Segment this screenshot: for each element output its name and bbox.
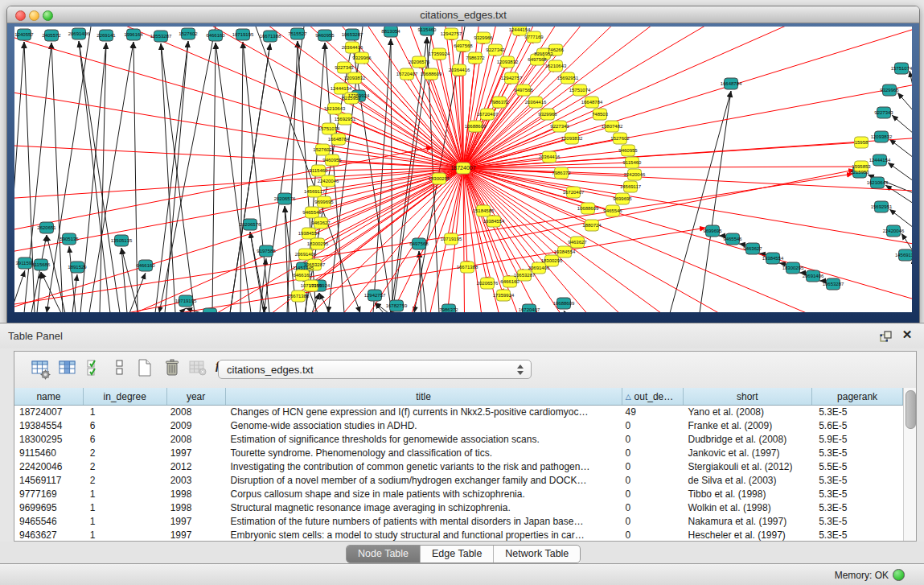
cell-short[interactable]: Dudbridge et al. (2008) <box>683 433 812 447</box>
cell-title[interactable]: Investigating the contribution of common… <box>226 460 622 474</box>
graph-edge[interactable] <box>889 139 912 158</box>
cell-title[interactable]: Embryonic stem cells: a model to study s… <box>226 529 622 541</box>
cell-pagerank[interactable]: 5.3E-5 <box>812 501 903 515</box>
cell-year[interactable]: 2003 <box>167 474 226 488</box>
cell-name[interactable]: 9777169 <box>14 488 84 501</box>
cell-in_degree[interactable]: 1 <box>84 515 167 529</box>
graph-edge[interactable] <box>24 42 35 312</box>
tab-node-table[interactable]: Node Table <box>347 546 421 562</box>
cell-pagerank[interactable]: 5.9E-5 <box>812 433 903 447</box>
graph-edge[interactable] <box>14 27 463 168</box>
graph-edge[interactable] <box>564 311 565 312</box>
cell-name[interactable]: 19384554 <box>14 419 84 433</box>
column-header-in_degree[interactable]: in_degree <box>84 388 167 405</box>
scrollbar-thumb[interactable] <box>906 390 916 429</box>
graph-edge[interactable] <box>332 160 463 168</box>
graph-edge[interactable] <box>463 142 861 168</box>
table-settings-icon[interactable] <box>31 358 51 381</box>
table-row[interactable]: 977716911998Corpus callosum shape and si… <box>14 488 903 501</box>
cell-year[interactable]: 2008 <box>167 406 226 419</box>
graph-edge[interactable] <box>133 42 138 312</box>
graph-edge[interactable] <box>463 168 539 268</box>
graph-edge[interactable] <box>79 41 120 312</box>
graph-edge[interactable] <box>14 27 463 168</box>
cell-name[interactable]: 9115460 <box>14 447 84 460</box>
row-height-icon[interactable] <box>109 358 130 381</box>
graph-edge[interactable] <box>180 308 186 312</box>
cell-year[interactable]: 1997 <box>167 447 226 460</box>
network-canvas[interactable]: 1872400712405572405572206914062269141199… <box>14 27 912 312</box>
table-row[interactable]: 1872400712008Changes of HCN gene express… <box>14 406 903 419</box>
cell-pagerank[interactable]: 5.5E-5 <box>812 460 903 474</box>
graph-edge[interactable] <box>14 27 463 168</box>
close-panel-icon[interactable]: ✕ <box>900 328 914 342</box>
graph-edge[interactable] <box>41 272 61 312</box>
cell-in_degree[interactable]: 6 <box>84 433 167 447</box>
graph-edge[interactable] <box>24 43 51 312</box>
tab-network-table[interactable]: Network Table <box>494 546 580 562</box>
cell-year[interactable]: 2012 <box>167 460 226 474</box>
graph-edge[interactable] <box>161 43 195 312</box>
table-row[interactable]: 969969511998Structural magnetic resonanc… <box>14 501 903 515</box>
graph-edge[interactable] <box>47 235 65 312</box>
column-header-year[interactable]: year <box>167 388 226 405</box>
cell-year[interactable]: 1997 <box>167 515 226 529</box>
cell-in_degree[interactable]: 1 <box>84 529 167 541</box>
graph-edge[interactable] <box>14 27 463 168</box>
cell-name[interactable]: 9463627 <box>14 529 84 541</box>
cell-pagerank[interactable]: 5.6E-5 <box>812 419 903 433</box>
graph-edge[interactable] <box>69 246 76 312</box>
cell-in_degree[interactable]: 2 <box>84 474 167 488</box>
graph-edge[interactable] <box>14 42 24 312</box>
cell-title[interactable]: Corpus callosum shape and size in male p… <box>226 488 622 501</box>
graph-edge[interactable] <box>243 42 269 312</box>
cell-short[interactable]: de Silva et al. (2003) <box>683 474 812 488</box>
table-row[interactable]: 2242004622012Investigating the contribut… <box>14 460 903 474</box>
cell-in_degree[interactable]: 2 <box>84 447 167 460</box>
graph-edge[interactable] <box>37 272 41 312</box>
graph-edge[interactable] <box>375 303 384 312</box>
cell-pagerank[interactable]: 5.3E-5 <box>812 474 903 488</box>
cell-title[interactable]: Tourette syndrome. Phenomenology and cla… <box>226 447 622 460</box>
memory-status-icon[interactable] <box>893 569 905 581</box>
table-row[interactable]: 1938455462009Genome-wide association stu… <box>14 419 903 433</box>
cell-title[interactable]: Structural magnetic resonance image aver… <box>226 501 622 515</box>
cell-out_de[interactable]: 0 <box>622 515 684 529</box>
cell-short[interactable]: Tibbo et al. (1998) <box>683 488 812 501</box>
cell-title[interactable]: Disruption of a novel member of a sodium… <box>226 474 622 488</box>
column-header-pagerank[interactable]: pagerank <box>812 388 903 405</box>
cell-out_de[interactable]: 0 <box>622 501 684 515</box>
cell-pagerank[interactable]: 5.3E-5 <box>812 406 903 419</box>
column-header-name[interactable]: name <box>14 388 84 405</box>
cell-title[interactable]: Genome-wide association studies in ADHD. <box>226 419 622 433</box>
cell-in_degree[interactable]: 1 <box>84 488 167 501</box>
cell-out_de[interactable]: 0 <box>622 419 684 433</box>
graph-edge[interactable] <box>14 27 463 168</box>
cell-year[interactable]: 1997 <box>167 529 226 541</box>
cell-name[interactable]: 9699695 <box>14 501 84 515</box>
cell-out_de[interactable]: 49 <box>622 406 684 419</box>
table-scrollbar[interactable] <box>903 388 916 541</box>
cell-out_de[interactable]: 0 <box>622 474 684 488</box>
table-row[interactable]: 1830029562008Estimation of significance … <box>14 433 903 447</box>
table-row[interactable]: 911546021997Tourette syndrome. Phenomeno… <box>14 447 903 460</box>
cell-short[interactable]: Hescheler et al. (1997) <box>683 529 812 541</box>
float-panel-icon[interactable] <box>879 329 893 344</box>
cell-short[interactable]: Stergiakouli et al. (2012) <box>683 460 812 474</box>
delete-table-icon[interactable] <box>162 358 183 381</box>
cell-name[interactable]: 18300295 <box>14 433 84 447</box>
column-header-out_de[interactable]: △out_de… <box>622 388 684 405</box>
cell-year[interactable]: 1998 <box>167 501 226 515</box>
cell-short[interactable]: Jankovic et al. (1997) <box>683 447 812 460</box>
window-titlebar[interactable]: citations_edges.txt <box>7 6 919 23</box>
cell-out_de[interactable]: 0 <box>622 529 684 541</box>
table-row[interactable]: 946554611997Estimation of the future num… <box>14 515 903 529</box>
graph-edge[interactable] <box>240 42 243 312</box>
graph-edge[interactable] <box>463 168 857 312</box>
cell-short[interactable]: Yano et al. (2008) <box>683 406 812 419</box>
graph-edge[interactable] <box>351 98 463 168</box>
graph-edge[interactable] <box>885 185 912 204</box>
cell-year[interactable]: 2008 <box>167 433 226 447</box>
column-header-title[interactable]: title <box>226 388 622 405</box>
cell-out_de[interactable]: 0 <box>622 460 684 474</box>
